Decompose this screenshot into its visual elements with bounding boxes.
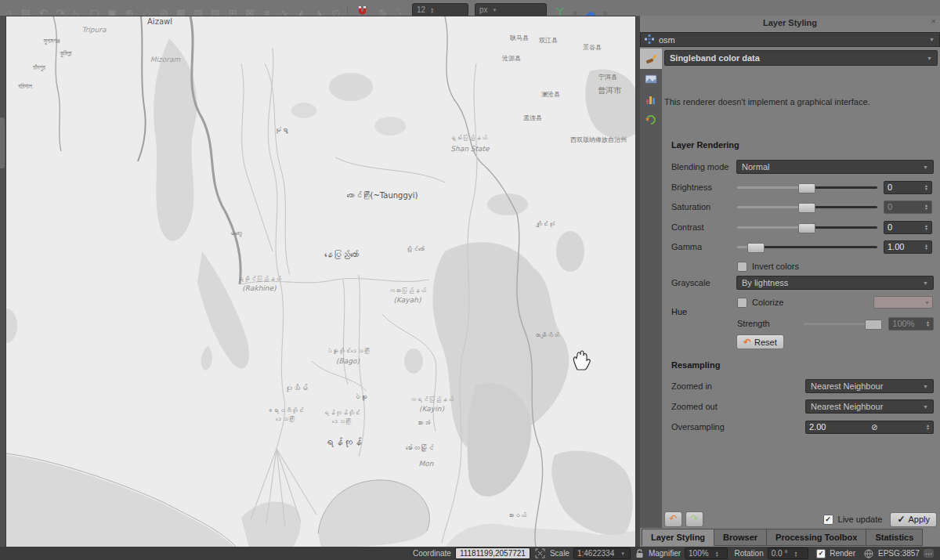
magnifier-spinbox[interactable]: 100% ▲▼	[685, 547, 728, 559]
tab-processing-toolbox[interactable]: Processing Toolbox	[767, 529, 866, 546]
histogram-tab[interactable]	[640, 89, 662, 110]
brightness-slider[interactable]	[736, 182, 877, 193]
map-label: কুমিল্লা	[59, 50, 72, 58]
brightness-label: Brightness	[671, 182, 736, 192]
coordinate-input[interactable]: 11181199,2057721	[455, 547, 530, 559]
symbology-tab[interactable]	[640, 49, 662, 69]
rotation-spinbox[interactable]: 0.0 ° ▲▼	[768, 547, 808, 559]
tab-layer-styling[interactable]: Layer Styling	[642, 529, 714, 546]
dock-tabs: Layer Styling Browser Processing Toolbox…	[642, 529, 940, 546]
blending-mode-select[interactable]: Normal ▼	[736, 160, 934, 174]
undo-style-button[interactable]: ↶	[664, 511, 682, 527]
left-dock-tab[interactable]	[0, 117, 5, 168]
snapping-magnet-icon[interactable]	[356, 5, 368, 16]
render-checkbox[interactable]: ✓	[816, 549, 826, 558]
spin-arrows-icon[interactable]: ▲▼	[924, 204, 928, 210]
map-label: 沧源县	[501, 55, 521, 62]
map-label: မကွေး	[228, 229, 242, 237]
close-icon[interactable]: ×	[931, 16, 936, 26]
tab-statistics[interactable]: Statistics	[866, 529, 923, 546]
tab-browser[interactable]: Browser	[714, 529, 767, 546]
scale-label: Scale	[550, 549, 569, 558]
lock-scale-icon[interactable]	[635, 549, 644, 558]
map-label: Aizawl	[147, 17, 172, 26]
spin-arrows-icon[interactable]: ▲▼	[794, 551, 797, 557]
map-label: 澜沧县	[541, 91, 560, 98]
contrast-slider[interactable]	[736, 222, 877, 233]
history-tab[interactable]	[640, 110, 662, 130]
font-unit-value: px	[479, 5, 488, 14]
map-label: ဧရာဝတီတိုင်း	[266, 407, 304, 414]
zoomed-out-select[interactable]: Nearest Neighbour ▼	[805, 399, 934, 414]
layer-selector[interactable]: osm ▼	[640, 32, 940, 47]
qgis-window: ⌂▤↶↷◺▢▣⊕◇⊘▦▧▨⊞⊠≡∿◭◮⊙ ✎ ⋱ 12 ▲▼ px ▼ » ☁	[0, 0, 940, 560]
spin-arrows-icon[interactable]: ▲▼	[924, 224, 928, 230]
colorize-checkbox[interactable]	[737, 298, 747, 308]
zoomed-in-value: Nearest Neighbour	[811, 381, 883, 391]
apply-label: Apply	[908, 515, 930, 524]
map-label: ဘားအံ	[416, 419, 430, 427]
map-label: ပုသိမ်	[284, 384, 308, 392]
font-size-input[interactable]: 12 ▲▼	[412, 3, 468, 16]
map-label: চাঁদপুর	[32, 64, 45, 72]
spin-arrows-icon[interactable]: ▲▼	[926, 424, 930, 430]
saturation-spinbox[interactable]: 0 ▲▼	[884, 201, 932, 214]
invert-colors-checkbox[interactable]	[737, 262, 747, 272]
coordinate-label: Coordinate	[413, 549, 451, 558]
spin-arrows-icon[interactable]: ▲▼	[926, 320, 930, 327]
grayscale-label: Grayscale	[671, 278, 736, 287]
transparency-tab[interactable]	[640, 69, 662, 89]
rotation-value: 0.0 °	[772, 549, 788, 558]
map-label: မော်လမြိုင်	[406, 444, 434, 452]
layer-name: osm	[659, 35, 675, 45]
font-size-value: 12	[417, 5, 425, 14]
gamma-slider[interactable]	[736, 241, 877, 252]
zoomed-in-select[interactable]: Nearest Neighbour ▼	[805, 379, 934, 393]
map-label: (Kayah)	[394, 296, 421, 304]
brightness-spinbox[interactable]: 0 ▲▼	[884, 181, 932, 194]
grayscale-select[interactable]: By lightness ▼	[736, 276, 934, 290]
renderer-select[interactable]: Singleband color data ▼	[664, 50, 938, 66]
spin-arrows-icon[interactable]: ▲▼	[924, 184, 928, 190]
messages-icon[interactable]: …	[924, 549, 934, 558]
clear-value-icon[interactable]: ⊘	[871, 423, 877, 432]
extent-icon[interactable]	[535, 548, 545, 558]
strength-value: 100%	[892, 319, 914, 328]
crs-globe-icon[interactable]	[864, 549, 873, 558]
redo-style-button[interactable]: ↷	[685, 511, 703, 527]
colorize-label: Colorize	[752, 298, 783, 307]
cloud-icon[interactable]: ☁	[584, 5, 595, 16]
map-label: Mon	[419, 460, 434, 468]
zoomed-in-label: Zoomed in	[671, 381, 805, 391]
map-label: လွိုင်ကော်	[406, 246, 425, 253]
spin-arrows-icon[interactable]: ▲▼	[924, 244, 928, 250]
render-label: Render	[830, 549, 855, 558]
map-canvas[interactable]: AizawlTripuraMizoramসুনামগঞ্জকুমিল্লাচাঁ…	[5, 16, 636, 548]
strength-slider[interactable]	[803, 318, 882, 329]
strength-spinbox[interactable]: 100% ▲▼	[888, 317, 934, 331]
spin-arrows-icon[interactable]: ▲▼	[430, 7, 434, 13]
renderer-value: Singleband color data	[670, 53, 760, 63]
map-label: Mizoram	[150, 56, 181, 63]
oversampling-value: 2.00	[809, 422, 826, 432]
scale-select[interactable]: 1:4622334 ▼	[573, 547, 631, 559]
oversampling-spinbox[interactable]: 2.00 ⊘ ▲▼	[805, 421, 934, 434]
chevron-down-icon: ▼	[924, 300, 930, 305]
gamma-spinbox[interactable]: 1.00 ▲▼	[884, 240, 932, 254]
contrast-spinbox[interactable]: 0 ▲▼	[884, 221, 932, 234]
reset-button[interactable]: ↶ Reset	[736, 334, 784, 349]
scale-value: 1:4622334	[577, 549, 614, 558]
chevron-down-icon: ▼	[923, 164, 928, 170]
saturation-slider[interactable]	[736, 201, 877, 212]
spin-arrows-icon[interactable]: ▲▼	[715, 551, 719, 557]
resampling-heading: Resampling	[671, 360, 720, 370]
live-update-checkbox[interactable]: ✓	[823, 515, 833, 525]
colorize-color-swatch[interactable]: ▼	[873, 296, 933, 309]
panel-title: Layer Styling	[640, 16, 940, 30]
hue-label: Hue	[671, 307, 687, 316]
crs-value[interactable]: EPSG:3857	[878, 549, 920, 558]
map-label: 普洱市	[598, 86, 622, 95]
apply-button[interactable]: ✓ Apply	[890, 512, 937, 527]
font-unit-select[interactable]: px ▼	[475, 3, 547, 16]
reset-label: Reset	[754, 338, 777, 347]
